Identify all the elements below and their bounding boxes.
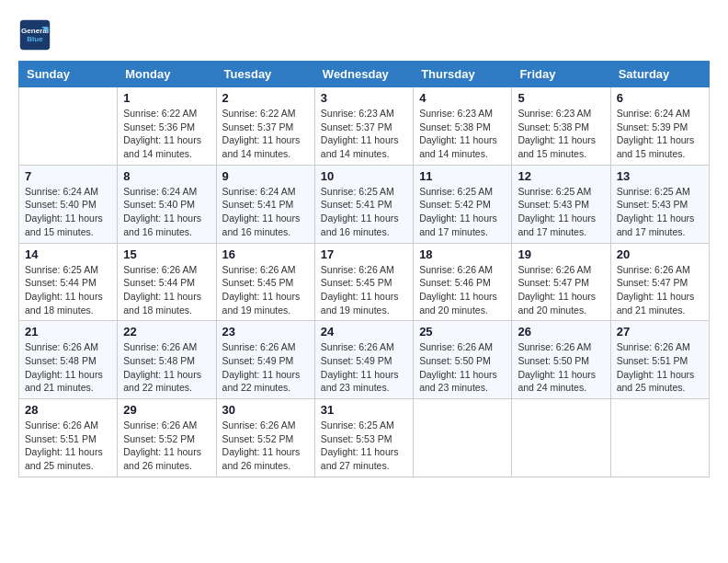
day-detail: Sunrise: 6:26 AMSunset: 5:46 PMDaylight:… (419, 263, 506, 317)
calendar-week-row: 1Sunrise: 6:22 AMSunset: 5:36 PMDaylight… (19, 87, 710, 166)
calendar-cell: 2Sunrise: 6:22 AMSunset: 5:37 PMDaylight… (216, 87, 314, 166)
calendar-cell: 9Sunrise: 6:24 AMSunset: 5:41 PMDaylight… (216, 165, 314, 243)
calendar-cell: 24Sunrise: 6:26 AMSunset: 5:49 PMDayligh… (314, 321, 413, 399)
day-number: 12 (518, 169, 604, 183)
day-detail: Sunrise: 6:25 AMSunset: 5:42 PMDaylight:… (419, 185, 506, 239)
calendar-cell: 4Sunrise: 6:23 AMSunset: 5:38 PMDaylight… (414, 87, 512, 166)
day-detail: Sunrise: 6:26 AMSunset: 5:44 PMDaylight:… (123, 263, 210, 317)
calendar-cell: 23Sunrise: 6:26 AMSunset: 5:49 PMDayligh… (216, 321, 314, 399)
calendar-cell: 25Sunrise: 6:26 AMSunset: 5:50 PMDayligh… (414, 321, 512, 399)
day-number: 14 (25, 247, 111, 261)
day-number: 8 (123, 169, 210, 183)
day-number: 16 (222, 247, 309, 261)
logo-icon: General Blue (18, 18, 51, 52)
logo: General Blue (18, 18, 51, 52)
day-number: 7 (25, 169, 111, 183)
day-number: 21 (25, 325, 111, 339)
day-detail: Sunrise: 6:26 AMSunset: 5:52 PMDaylight:… (123, 419, 210, 473)
day-detail: Sunrise: 6:26 AMSunset: 5:45 PMDaylight:… (222, 263, 309, 317)
day-number: 27 (617, 325, 703, 339)
day-detail: Sunrise: 6:25 AMSunset: 5:43 PMDaylight:… (617, 185, 703, 239)
calendar-cell: 31Sunrise: 6:25 AMSunset: 5:53 PMDayligh… (314, 399, 413, 477)
calendar-cell: 16Sunrise: 6:26 AMSunset: 5:45 PMDayligh… (216, 243, 314, 321)
day-number: 5 (518, 91, 604, 105)
page-header: General Blue (18, 18, 710, 52)
day-number: 9 (222, 169, 309, 183)
day-detail: Sunrise: 6:26 AMSunset: 5:49 PMDaylight:… (321, 340, 407, 395)
day-detail: Sunrise: 6:24 AMSunset: 5:41 PMDaylight:… (222, 185, 309, 239)
day-detail: Sunrise: 6:26 AMSunset: 5:51 PMDaylight:… (25, 419, 111, 473)
day-detail: Sunrise: 6:26 AMSunset: 5:48 PMDaylight:… (123, 340, 210, 395)
day-detail: Sunrise: 6:25 AMSunset: 5:43 PMDaylight:… (518, 185, 604, 239)
calendar-header-row: SundayMondayTuesdayWednesdayThursdayFrid… (19, 62, 710, 87)
day-detail: Sunrise: 6:26 AMSunset: 5:47 PMDaylight:… (617, 263, 703, 317)
calendar-week-row: 21Sunrise: 6:26 AMSunset: 5:48 PMDayligh… (19, 321, 710, 399)
day-number: 10 (321, 169, 407, 183)
day-number: 17 (321, 247, 407, 261)
day-number: 23 (222, 325, 309, 339)
calendar-cell: 20Sunrise: 6:26 AMSunset: 5:47 PMDayligh… (610, 243, 709, 321)
day-number: 28 (25, 403, 111, 417)
day-detail: Sunrise: 6:22 AMSunset: 5:37 PMDaylight:… (222, 107, 309, 161)
calendar-cell: 18Sunrise: 6:26 AMSunset: 5:46 PMDayligh… (414, 243, 512, 321)
calendar-cell: 21Sunrise: 6:26 AMSunset: 5:48 PMDayligh… (19, 321, 118, 399)
day-detail: Sunrise: 6:26 AMSunset: 5:52 PMDaylight:… (222, 419, 309, 473)
calendar-cell: 27Sunrise: 6:26 AMSunset: 5:51 PMDayligh… (610, 321, 709, 399)
calendar-cell: 7Sunrise: 6:24 AMSunset: 5:40 PMDaylight… (19, 165, 118, 243)
day-number: 18 (419, 247, 506, 261)
calendar-cell: 5Sunrise: 6:23 AMSunset: 5:38 PMDaylight… (512, 87, 610, 166)
day-number: 15 (123, 247, 210, 261)
calendar-cell: 14Sunrise: 6:25 AMSunset: 5:44 PMDayligh… (19, 243, 118, 321)
day-detail: Sunrise: 6:23 AMSunset: 5:37 PMDaylight:… (321, 107, 407, 161)
day-detail: Sunrise: 6:24 AMSunset: 5:40 PMDaylight:… (123, 185, 210, 239)
day-detail: Sunrise: 6:26 AMSunset: 5:48 PMDaylight:… (25, 340, 111, 395)
day-number: 13 (617, 169, 703, 183)
day-detail: Sunrise: 6:26 AMSunset: 5:51 PMDaylight:… (617, 340, 703, 395)
calendar-cell: 13Sunrise: 6:25 AMSunset: 5:43 PMDayligh… (610, 165, 709, 243)
day-number: 4 (419, 91, 506, 105)
weekday-header: Sunday (19, 62, 118, 87)
calendar-cell (19, 87, 118, 166)
day-number: 20 (617, 247, 703, 261)
day-detail: Sunrise: 6:23 AMSunset: 5:38 PMDaylight:… (419, 107, 506, 161)
svg-text:Blue: Blue (27, 35, 43, 43)
weekday-header: Thursday (414, 62, 512, 87)
day-detail: Sunrise: 6:25 AMSunset: 5:53 PMDaylight:… (321, 419, 407, 473)
calendar-cell: 22Sunrise: 6:26 AMSunset: 5:48 PMDayligh… (118, 321, 216, 399)
day-number: 19 (518, 247, 604, 261)
calendar-cell: 3Sunrise: 6:23 AMSunset: 5:37 PMDaylight… (314, 87, 413, 166)
day-number: 22 (123, 325, 210, 339)
calendar-cell: 1Sunrise: 6:22 AMSunset: 5:36 PMDaylight… (118, 87, 216, 166)
calendar-cell: 19Sunrise: 6:26 AMSunset: 5:47 PMDayligh… (512, 243, 610, 321)
day-number: 30 (222, 403, 309, 417)
day-detail: Sunrise: 6:24 AMSunset: 5:40 PMDaylight:… (25, 185, 111, 239)
day-detail: Sunrise: 6:23 AMSunset: 5:38 PMDaylight:… (518, 107, 604, 161)
day-number: 6 (617, 91, 703, 105)
calendar-cell: 26Sunrise: 6:26 AMSunset: 5:50 PMDayligh… (512, 321, 610, 399)
weekday-header: Saturday (610, 62, 709, 87)
calendar-cell: 29Sunrise: 6:26 AMSunset: 5:52 PMDayligh… (118, 399, 216, 477)
calendar-table: SundayMondayTuesdayWednesdayThursdayFrid… (18, 61, 710, 477)
day-number: 3 (321, 91, 407, 105)
calendar-cell: 6Sunrise: 6:24 AMSunset: 5:39 PMDaylight… (610, 87, 709, 166)
calendar-cell (512, 399, 610, 477)
day-detail: Sunrise: 6:22 AMSunset: 5:36 PMDaylight:… (123, 107, 210, 161)
weekday-header: Monday (118, 62, 216, 87)
calendar-week-row: 14Sunrise: 6:25 AMSunset: 5:44 PMDayligh… (19, 243, 710, 321)
day-number: 11 (419, 169, 506, 183)
day-number: 26 (518, 325, 604, 339)
calendar-cell: 10Sunrise: 6:25 AMSunset: 5:41 PMDayligh… (314, 165, 413, 243)
calendar-cell: 15Sunrise: 6:26 AMSunset: 5:44 PMDayligh… (118, 243, 216, 321)
calendar-week-row: 7Sunrise: 6:24 AMSunset: 5:40 PMDaylight… (19, 165, 710, 243)
day-detail: Sunrise: 6:25 AMSunset: 5:41 PMDaylight:… (321, 185, 407, 239)
day-detail: Sunrise: 6:26 AMSunset: 5:47 PMDaylight:… (518, 263, 604, 317)
calendar-cell: 8Sunrise: 6:24 AMSunset: 5:40 PMDaylight… (118, 165, 216, 243)
weekday-header: Wednesday (314, 62, 413, 87)
day-number: 29 (123, 403, 210, 417)
day-number: 25 (419, 325, 506, 339)
calendar-cell: 12Sunrise: 6:25 AMSunset: 5:43 PMDayligh… (512, 165, 610, 243)
day-number: 24 (321, 325, 407, 339)
day-detail: Sunrise: 6:26 AMSunset: 5:49 PMDaylight:… (222, 340, 309, 395)
day-number: 1 (123, 91, 210, 105)
weekday-header: Tuesday (216, 62, 314, 87)
